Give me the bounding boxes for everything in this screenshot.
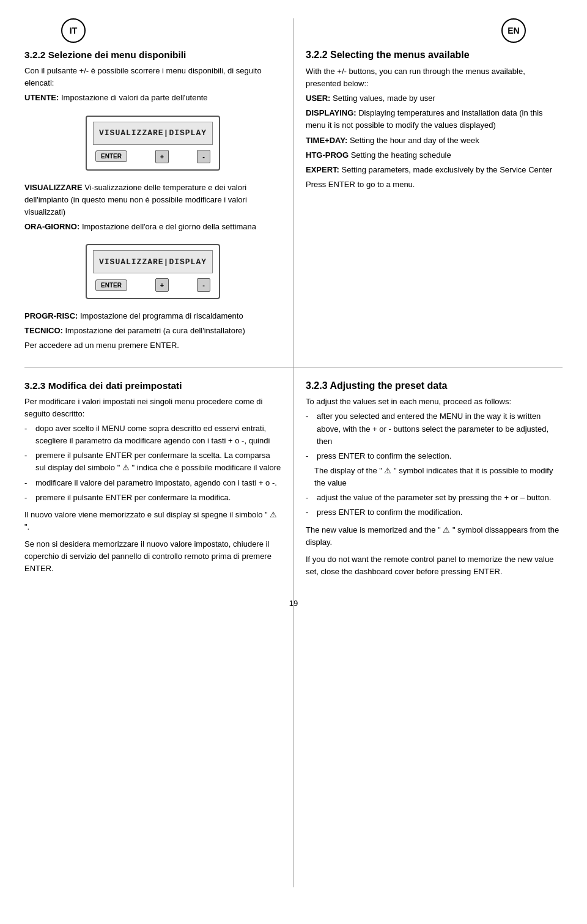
it-322-para4: PROGR-RISC: Impostazione del programma d…: [24, 310, 281, 322]
it-322-para1: UTENTE: Impostazione di valori da parte …: [24, 92, 281, 104]
display-buttons-1: ENTER + -: [93, 150, 213, 163]
dash-1-en: -: [306, 450, 314, 462]
en-323-intro: To adjust the values set in each menu, p…: [306, 396, 563, 408]
it-322-title: 3.2.2 Selezione dei menu disponibili: [24, 49, 281, 61]
dash-3-en: -: [306, 506, 314, 519]
display-screen-1: VISUALIZZARE|DISPLAY: [93, 122, 213, 145]
display-mockup-1: VISUALIZZARE|DISPLAY ENTER + -: [86, 116, 220, 171]
lang-badge-it: IT: [61, 18, 86, 43]
it-323-closing2: Se non si desidera memorizzare il nuovo …: [24, 538, 281, 575]
col-it-323: 3.2.3 Modifica dei dati preimpostati Per…: [24, 380, 294, 581]
en-322-para3: TIME+DAY: Setting the hour and day of th…: [306, 135, 563, 147]
en-323-item1: - press ENTER to confirm the selection.: [306, 450, 563, 462]
col-en-322: 3.2.2 Selecting the menus available With…: [294, 49, 563, 355]
display-screen-2: VISUALIZZARE|DISPLAY: [93, 250, 213, 273]
btn-minus-2[interactable]: -: [197, 278, 210, 292]
btn-plus-1[interactable]: +: [155, 150, 169, 163]
it-323-item3: - premere il pulsante ENTER per conferma…: [24, 492, 281, 504]
it-322-para3: ORA-GIORNO: Impostazione dell'ora e del …: [24, 221, 281, 233]
en-323-item2-text: adjust the value of the parameter set by…: [317, 492, 551, 504]
dash-1-it: -: [24, 449, 33, 474]
display-mockup-2-wrapper: VISUALIZZARE|DISPLAY ENTER + -: [24, 239, 281, 304]
en-323-title: 3.2.3 Adjusting the preset data: [306, 380, 563, 393]
en-323-item0-text: after you selected and entered the MENU …: [317, 410, 563, 447]
btn-enter-1[interactable]: ENTER: [95, 150, 127, 162]
en-323-item0: - after you selected and entered the MEN…: [306, 410, 563, 447]
en-322-para0: With the +/- buttons, you can run throug…: [306, 65, 563, 90]
it-323-item1: - premere il pulsante ENTER per conferma…: [24, 449, 281, 474]
dash-2-it: -: [24, 477, 33, 489]
it-323-intro: Per modificare i valori impostati nei si…: [24, 396, 281, 420]
it-322-para2: VISUALIZZARE Vi-sualizzazione delle temp…: [24, 182, 281, 218]
dash-3-it: -: [24, 492, 33, 504]
it-323-item0-text: dopo aver scelto il MENU come sopra desc…: [35, 423, 281, 447]
dash-0-it: -: [24, 423, 33, 447]
it-323-item1-text: premere il pulsante ENTER per confermare…: [35, 449, 281, 474]
btn-plus-2[interactable]: +: [155, 278, 169, 292]
col-it-322: 3.2.2 Selezione dei menu disponibili Con…: [24, 49, 294, 355]
it-322-para0: Con il pulsante +/- è possibile scorrere…: [24, 65, 281, 89]
it-323-title: 3.2.3 Modifica dei dati preimpostati: [24, 380, 281, 392]
it-322-para5: TECNICO: Impostazione dei parametri (a c…: [24, 325, 281, 337]
it-323-closing1: Il nuovo valore viene memorizzato e sul …: [24, 509, 281, 533]
btn-minus-1[interactable]: -: [197, 150, 210, 163]
it-323-item2: - modificare il valore del parametro imp…: [24, 477, 281, 489]
dash-0-en: -: [306, 410, 314, 447]
it-322-para6: Per accedere ad un menu premere ENTER.: [24, 339, 281, 352]
en-323-item3-text: press ENTER to confirm the modification.: [317, 506, 462, 519]
en-322-title: 3.2.2 Selecting the menus available: [306, 49, 563, 62]
display-mockup-1-wrapper: VISUALIZZARE|DISPLAY ENTER + -: [24, 111, 281, 176]
page-container: IT EN 3.2.2 Selezione dei menu disponibi…: [0, 0, 587, 924]
en-323-closing1: The new value is memorized and the " ⚠ "…: [306, 524, 563, 549]
en-322-para6: Press ENTER to go to a menu.: [306, 179, 563, 191]
section-323-row: 3.2.3 Modifica dei dati preimpostati Per…: [24, 380, 563, 581]
en-323-item3: - press ENTER to confirm the modificatio…: [306, 506, 563, 519]
it-323-item3-text: premere il pulsante ENTER per confermare…: [35, 492, 231, 504]
btn-enter-2[interactable]: ENTER: [95, 279, 127, 291]
en-322-para1: USER: Setting values, made by user: [306, 92, 563, 105]
display-mockup-2: VISUALIZZARE|DISPLAY ENTER + -: [86, 244, 220, 299]
it-323-item2-text: modificare il valore del parametro impos…: [35, 477, 277, 489]
en-323-item1-text: press ENTER to confirm the selection.: [317, 450, 451, 462]
section-322-row: 3.2.2 Selezione dei menu disponibili Con…: [24, 49, 563, 355]
en-323-symbol-note: The display of the " ⚠ " symbol indicate…: [314, 465, 563, 489]
en-322-para4: HTG-PROG Setting the heating schedule: [306, 149, 563, 161]
en-322-para5: EXPERT: Setting parameters, made exclusi…: [306, 164, 563, 176]
en-323-item2: - adjust the value of the parameter set …: [306, 492, 563, 504]
lang-badge-en: EN: [501, 18, 526, 43]
en-323-closing2: If you do not want the remote control pa…: [306, 553, 563, 578]
col-en-323: 3.2.3 Adjusting the preset data To adjus…: [294, 380, 563, 581]
display-buttons-2: ENTER + -: [93, 278, 213, 292]
it-323-item0: - dopo aver scelto il MENU come sopra de…: [24, 423, 281, 447]
dash-2-en: -: [306, 492, 314, 504]
en-322-para2: DISPLAYING: Displaying temperatures and …: [306, 107, 563, 131]
